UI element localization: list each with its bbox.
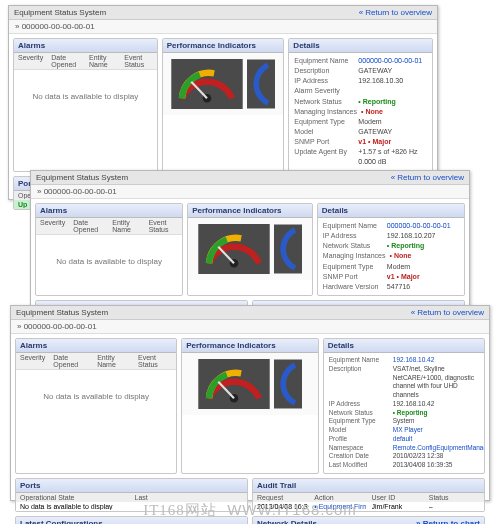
app-title: Equipment Status System [14, 8, 106, 17]
panel-details: Details Equipment Name000000-00-00-00-01… [317, 203, 465, 296]
watermark: IT168网站 WWW.IT168.com [0, 497, 500, 524]
app-title: Equipment Status System [36, 173, 128, 182]
return-link[interactable]: « Return to overview [359, 8, 432, 17]
arc-indicator-icon [274, 224, 302, 274]
window-3: Equipment Status System « Return to over… [10, 305, 490, 501]
details-list: Equipment Name000000-00-00-00-01 Descrip… [289, 53, 432, 171]
panel-details: Details Equipment Name192.168.10.42 Desc… [323, 338, 485, 474]
panel-header-alarms: Alarms [14, 39, 157, 53]
panel-details: Details Equipment Name000000-00-00-00-01… [288, 38, 433, 172]
panel-alarms: Alarms SeverityDate Opened Entity NameEv… [35, 203, 183, 296]
return-link[interactable]: « Return to overview [411, 308, 484, 317]
titlebar: Equipment Status System « Return to over… [31, 171, 469, 185]
arc-indicator-icon [247, 59, 275, 109]
panel-alarms: Alarms SeverityDate Opened Entity NameEv… [15, 338, 177, 474]
panel-performance: Performance Indicators [181, 338, 319, 474]
alarm-columns: Severity Date Opened Entity Name Event S… [14, 53, 157, 70]
crumb-text: » 000000-00-00-00-01 [15, 22, 95, 31]
app-title: Equipment Status System [16, 308, 108, 317]
gauge-icon [198, 224, 270, 274]
gauge-icon [171, 59, 243, 109]
panel-header-perf: Performance Indicators [163, 39, 284, 53]
alarms-empty: No data is available to display [14, 70, 157, 171]
panel-header-details: Details [289, 39, 432, 53]
panel-performance: Performance Indicators [162, 38, 285, 172]
panel-performance: Performance Indicators [187, 203, 313, 296]
titlebar: Equipment Status System « Return to over… [9, 6, 437, 20]
arc-indicator-icon [274, 359, 302, 409]
return-link[interactable]: « Return to overview [391, 173, 464, 182]
titlebar: Equipment Status System « Return to over… [11, 306, 489, 320]
panel-alarms: Alarms Severity Date Opened Entity Name … [13, 38, 158, 172]
breadcrumb: » 000000-00-00-00-01 [9, 20, 437, 34]
gauge-icon [198, 359, 270, 409]
